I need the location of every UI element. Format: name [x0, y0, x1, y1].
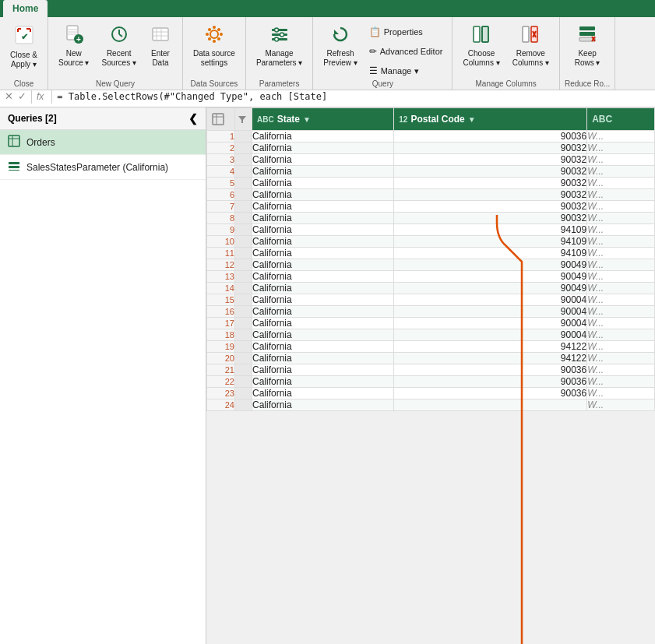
table-row: 1California90036W... — [207, 131, 655, 143]
queries-panel: Queries [2] ❮ Orders — [0, 107, 206, 644]
postal-code-cell: 90032 — [394, 189, 587, 201]
svg-point-32 — [274, 28, 278, 32]
new-source-label: NewSource ▾ — [58, 49, 89, 68]
formula-bar-separator2 — [51, 90, 52, 104]
row-selector-cell[interactable] — [235, 131, 252, 143]
state-cell: California — [252, 224, 394, 236]
manage-button[interactable]: ☰ Manage ▾ — [364, 62, 448, 79]
state-column-header[interactable]: ABC State ▼ — [252, 108, 394, 131]
row-selector-cell[interactable] — [235, 143, 252, 154]
more-data-cell: W... — [587, 399, 655, 411]
orders-query-name: Orders — [26, 137, 55, 148]
more-data-cell: W... — [587, 178, 655, 189]
postal-filter-button[interactable]: ▼ — [468, 115, 476, 124]
svg-marker-58 — [238, 116, 246, 123]
postal-code-cell: 90004 — [394, 294, 587, 306]
ribbon-group-new-query: + NewSource ▾ RecentSources ▾ — [48, 17, 183, 90]
properties-button[interactable]: 📋 Properties — [364, 23, 448, 40]
row-selector-cell[interactable] — [235, 271, 252, 283]
state-cell: California — [252, 259, 394, 271]
data-source-settings-button[interactable]: Data sourcesettings — [188, 20, 241, 72]
row-selector-cell[interactable] — [235, 329, 252, 341]
table-row: 20California94122W... — [207, 353, 655, 364]
postal-code-cell: 90049 — [394, 259, 587, 271]
row-selector-cell[interactable] — [235, 341, 252, 353]
data-grid-wrapper[interactable]: ABC State ▼ 12 Postal Code ▼ — [206, 107, 655, 411]
recent-sources-button[interactable]: RecentSources ▾ — [96, 20, 141, 72]
state-cell: California — [252, 376, 394, 388]
svg-rect-44 — [579, 26, 595, 30]
postal-code-column-header[interactable]: 12 Postal Code ▼ — [394, 108, 587, 131]
table-row: 15California90004W... — [207, 294, 655, 306]
advanced-editor-button[interactable]: ✏ Advanced Editor — [364, 43, 448, 60]
choose-columns-button[interactable]: ChooseColumns ▾ — [457, 20, 505, 72]
postal-code-cell: 90032 — [394, 201, 587, 213]
row-selector-cell[interactable] — [235, 283, 252, 294]
row-selector-cell[interactable] — [235, 248, 252, 259]
postal-code-cell: 90032 — [394, 213, 587, 224]
table-row: 5California90032W... — [207, 178, 655, 189]
more-data-cell: W... — [587, 271, 655, 283]
enter-data-label: EnterData — [151, 49, 170, 68]
queries-panel-collapse-button[interactable]: ❮ — [188, 112, 198, 125]
state-cell: California — [252, 294, 394, 306]
row-selector-cell[interactable] — [235, 399, 252, 411]
state-cell: California — [252, 271, 394, 283]
query-stacked-buttons: 📋 Properties ✏ Advanced Editor ☰ Manage … — [364, 23, 448, 79]
manage-parameters-button[interactable]: ManageParameters ▾ — [251, 20, 308, 72]
row-number-cell: 24 — [207, 399, 235, 411]
row-number-cell: 21 — [207, 364, 235, 376]
row-selector-cell[interactable] — [235, 236, 252, 248]
keep-rows-button[interactable]: KeepRows ▾ — [569, 20, 606, 72]
svg-rect-54 — [9, 170, 19, 171]
refresh-preview-button[interactable]: RefreshPreview ▾ — [318, 20, 362, 72]
queries-panel-header: Queries [2] ❮ — [0, 107, 206, 130]
more-data-cell: W... — [587, 166, 655, 178]
row-selector-cell[interactable] — [235, 201, 252, 213]
reduce-rows-group-label: Reduce Ro... — [565, 79, 610, 90]
table-row: 3California90032W... — [207, 154, 655, 166]
table-row: 14California90049W... — [207, 283, 655, 294]
row-selector-header — [235, 108, 252, 131]
enter-data-button[interactable]: EnterData — [143, 20, 178, 72]
row-selector-cell[interactable] — [235, 306, 252, 318]
choose-columns-icon — [471, 24, 491, 48]
parameters-group-label: Parameters — [259, 79, 300, 90]
state-cell: California — [252, 201, 394, 213]
formula-accept-button[interactable]: ✓ — [18, 90, 26, 102]
svg-rect-36 — [474, 26, 480, 42]
row-selector-cell[interactable] — [235, 353, 252, 364]
state-filter-button[interactable]: ▼ — [303, 115, 311, 124]
row-number-cell: 19 — [207, 341, 235, 353]
formula-input[interactable] — [57, 91, 650, 102]
ribbon-group-reduce-rows-buttons: KeepRows ▾ — [569, 20, 606, 79]
remove-columns-button[interactable]: RemoveColumns ▾ — [507, 20, 555, 72]
row-selector-cell[interactable] — [235, 154, 252, 166]
row-selector-cell[interactable] — [235, 318, 252, 329]
row-selector-cell[interactable] — [235, 294, 252, 306]
row-selector-cell[interactable] — [235, 376, 252, 388]
tab-home[interactable]: Home — [3, 0, 48, 17]
row-selector-cell[interactable] — [235, 213, 252, 224]
new-source-button[interactable]: + NewSource ▾ — [53, 20, 94, 72]
row-selector-cell[interactable] — [235, 364, 252, 376]
query-item-sales-states[interactable]: SalesStatesParameter (California) — [0, 155, 206, 180]
row-selector-cell[interactable] — [235, 388, 252, 399]
advanced-editor-label: Advanced Editor — [380, 47, 443, 56]
ribbon-group-data-sources-buttons: Data sourcesettings — [188, 20, 241, 79]
more-data-cell: W... — [587, 353, 655, 364]
advanced-editor-icon: ✏ — [369, 46, 377, 57]
formula-reject-button[interactable]: ✕ — [5, 90, 13, 102]
row-selector-cell[interactable] — [235, 166, 252, 178]
state-cell: California — [252, 166, 394, 178]
query-item-orders[interactable]: Orders — [0, 130, 206, 155]
row-number-cell: 20 — [207, 353, 235, 364]
postal-code-cell: 90036 — [394, 376, 587, 388]
grid-header-row: ABC State ▼ 12 Postal Code ▼ — [207, 108, 655, 131]
row-selector-cell[interactable] — [235, 189, 252, 201]
row-selector-cell[interactable] — [235, 259, 252, 271]
row-selector-cell[interactable] — [235, 224, 252, 236]
row-selector-cell[interactable] — [235, 178, 252, 189]
svg-point-33 — [280, 33, 283, 37]
close-apply-button[interactable]: ✔ Close &Apply ▾ — [5, 20, 43, 73]
